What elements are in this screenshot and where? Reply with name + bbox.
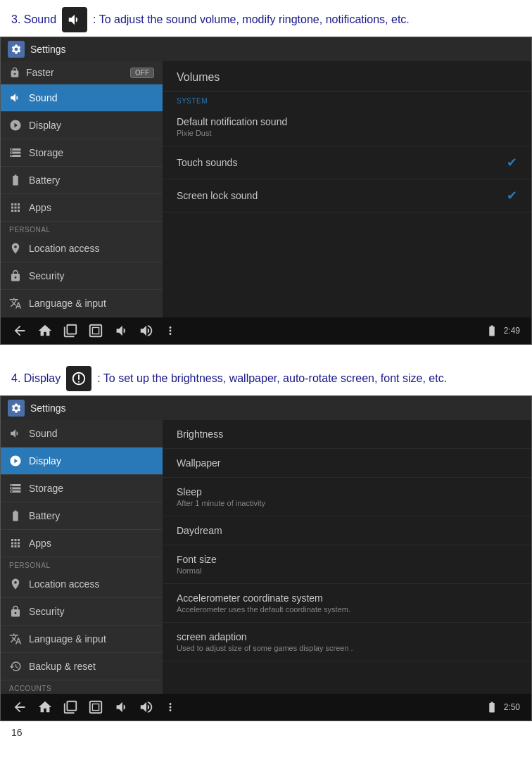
display-icon	[71, 371, 87, 386]
panel2-sidebar-storage[interactable]: Storage	[1, 475, 163, 502]
panel2-content: Brightness Wallpaper Sleep After 1 minut…	[163, 420, 531, 694]
vol-down-nav-icon[interactable]	[113, 323, 129, 338]
more-nav-icon-p2[interactable]	[164, 701, 177, 713]
fontsize-label: Font size	[177, 554, 217, 565]
section4-header: 4. Display : To set up the brightness, w…	[0, 359, 532, 395]
vol-down-nav-icon-p2[interactable]	[113, 699, 129, 715]
battery-sidebar-icon	[9, 174, 22, 186]
sidebar-storage-label: Storage	[29, 147, 63, 158]
content-row-daydream[interactable]: Daydream	[163, 516, 531, 545]
display-icon-p2	[9, 455, 22, 467]
panel2-sidebar-display[interactable]: Display	[1, 448, 163, 475]
battery-icon-p2	[9, 509, 22, 522]
sidebar-item-language[interactable]: Language & input	[1, 290, 163, 317]
sound-sidebar-icon	[9, 91, 22, 104]
screenadaption-text: screen adaption Used to adjust size of s…	[177, 631, 353, 652]
screenshot-nav-icon[interactable]	[88, 323, 103, 338]
panel2-sidebar-location-label: Location access	[29, 578, 99, 590]
home-nav-icon[interactable]	[37, 323, 53, 338]
panel2-time: 2:50	[504, 702, 520, 712]
panel1-sidebar: Faster OFF Sound Display	[1, 61, 163, 317]
vol-up-nav-icon-p2[interactable]	[139, 699, 154, 715]
panel2-sidebar: Sound Display Storage Batt	[1, 420, 163, 694]
wallpaper-text: Wallpaper	[177, 457, 221, 469]
content-row-fontsize[interactable]: Font size Normal	[163, 545, 531, 584]
display-icon-box	[66, 366, 91, 391]
sidebar-item-security[interactable]: Security	[1, 262, 163, 290]
panel1-nav-right: 2:49	[486, 324, 520, 337]
daydream-text: Daydream	[177, 525, 222, 536]
panel2-sidebar-sound[interactable]: Sound	[1, 420, 163, 448]
panel2-settings-icon	[8, 400, 25, 417]
sidebar-sound-label: Sound	[29, 92, 57, 103]
content-row-screenadaption[interactable]: screen adaption Used to adjust size of s…	[163, 623, 531, 661]
panel2-sidebar-storage-label: Storage	[29, 483, 63, 494]
sound-icon-p2	[9, 427, 22, 440]
home-nav-icon-p2[interactable]	[37, 699, 53, 715]
location-icon-p2	[9, 578, 22, 590]
sidebar-apps-label: Apps	[29, 202, 51, 213]
display-sidebar-icon	[9, 119, 22, 132]
sidebar-item-sound[interactable]: Sound	[1, 84, 163, 112]
sidebar-item-storage[interactable]: Storage	[1, 139, 163, 167]
page-number: 16	[11, 727, 23, 738]
screenshot-nav-icon-p2[interactable]	[88, 699, 103, 715]
content-row-touch[interactable]: Touch sounds ✔	[163, 146, 531, 179]
sleep-text: Sleep After 1 minute of inactivity	[177, 486, 265, 507]
sidebar-item-location[interactable]: Location access	[1, 235, 163, 262]
back-nav-icon-p2[interactable]	[12, 699, 27, 715]
content-row-notification[interactable]: Default notification sound Pixie Dust	[163, 108, 531, 146]
toggle-off[interactable]: OFF	[130, 68, 154, 78]
accelerometer-sublabel: Accelerometer uses the default coordinat…	[177, 605, 350, 614]
sidebar-item-display[interactable]: Display	[1, 112, 163, 139]
daydream-label: Daydream	[177, 525, 222, 536]
touch-sounds-check: ✔	[507, 155, 517, 170]
lock-icon	[9, 67, 20, 78]
panel2-sidebar-apps[interactable]: Apps	[1, 530, 163, 557]
sidebar-item-battery[interactable]: Battery	[1, 167, 163, 194]
section3-num: 3. Sound	[11, 12, 56, 27]
battery-nav-icon	[486, 324, 498, 337]
content-system-label: SYSTEM	[163, 91, 531, 108]
panel2-sidebar-backup[interactable]: Backup & reset	[1, 653, 163, 680]
content-row-brightness[interactable]: Brightness	[163, 420, 531, 449]
content-row-accelerometer[interactable]: Accelerometer coordinate system Accelero…	[163, 584, 531, 623]
sleep-sublabel: After 1 minute of inactivity	[177, 499, 265, 507]
recents-nav-icon-p2[interactable]	[63, 699, 78, 715]
screenadaption-sublabel: Used to adjust size of some games displa…	[177, 644, 353, 652]
content-row-touch-text: Touch sounds	[177, 157, 237, 168]
panel2-sidebar-battery[interactable]: Battery	[1, 502, 163, 530]
footer: 16	[0, 721, 532, 744]
panel2-sidebar-language-label: Language & input	[29, 633, 106, 645]
language-sidebar-icon	[9, 297, 22, 310]
content-row-screenlock-text: Screen lock sound	[177, 190, 258, 201]
panel2-sidebar-language[interactable]: Language & input	[1, 626, 163, 653]
recents-nav-icon[interactable]	[63, 323, 78, 338]
panel2-sidebar-security-label: Security	[29, 606, 65, 617]
svg-rect-1	[92, 327, 99, 334]
faster-row: Faster OFF	[1, 61, 163, 84]
accelerometer-text: Accelerometer coordinate system Accelero…	[177, 592, 350, 614]
backup-icon-p2	[9, 660, 22, 673]
panel2-navbar: 2:50	[1, 694, 531, 721]
content-row-sleep[interactable]: Sleep After 1 minute of inactivity	[163, 478, 531, 516]
security-icon-p2	[9, 605, 22, 618]
sidebar-item-apps[interactable]: Apps	[1, 194, 163, 222]
more-nav-icon[interactable]	[164, 324, 177, 337]
touch-sounds-label: Touch sounds	[177, 157, 237, 168]
vol-up-nav-icon[interactable]	[139, 323, 154, 338]
panel1-settings-icon	[8, 41, 25, 58]
back-nav-icon[interactable]	[12, 323, 27, 338]
content-row-wallpaper[interactable]: Wallpaper	[163, 449, 531, 478]
panel1-time: 2:49	[504, 326, 520, 336]
notification-sound-sublabel: Pixie Dust	[177, 129, 287, 137]
section4-description: : To set up the brightness, wallpaper, a…	[97, 371, 447, 386]
content-row-screenlock[interactable]: Screen lock sound ✔	[163, 179, 531, 212]
accelerometer-label: Accelerometer coordinate system	[177, 592, 350, 604]
panel2-body: Sound Display Storage Batt	[1, 420, 531, 694]
panel2-settings: Settings Sound Display	[0, 395, 532, 721]
panel2-accounts-label: ACCOUNTS	[1, 680, 163, 694]
panel2-sidebar-security[interactable]: Security	[1, 598, 163, 626]
panel2-sidebar-location[interactable]: Location access	[1, 571, 163, 598]
wallpaper-label: Wallpaper	[177, 457, 221, 469]
